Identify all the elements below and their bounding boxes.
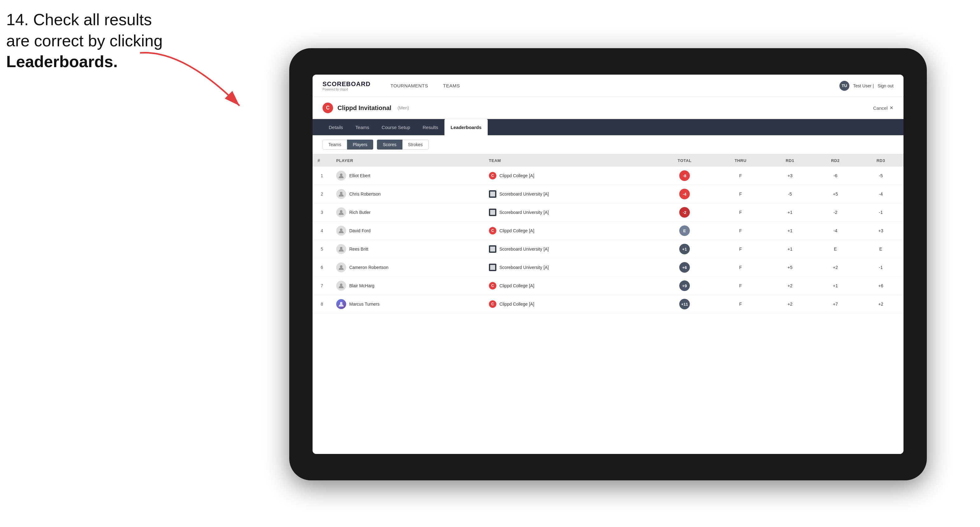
tab-teams[interactable]: Teams	[349, 119, 375, 135]
score-badge: -2	[679, 207, 690, 217]
filter-strokes[interactable]: Strokes	[402, 140, 429, 149]
team-logo: C	[489, 300, 496, 308]
player-name: Rees Britt	[349, 246, 368, 252]
col-rd3: RD3	[858, 154, 904, 167]
rd3-cell: +2	[858, 295, 904, 313]
rank-cell: 7	[313, 277, 331, 295]
rd1-cell: +3	[767, 167, 813, 185]
team-name: Clippd College [A]	[500, 283, 534, 288]
rd2-cell: +5	[813, 185, 858, 203]
player-name: Marcus Turners	[349, 302, 379, 306]
instruction-text: 14. Check all results are correct by cli…	[6, 10, 163, 73]
table-body: 1Elliot EbertCClippd College [A]-8F+3-6-…	[313, 167, 904, 313]
rank-cell: 1	[313, 167, 331, 185]
col-thru: THRU	[714, 154, 767, 167]
thru-cell: F	[714, 222, 767, 240]
rank-cell: 3	[313, 203, 331, 222]
nav-right: TU Test User | Sign out	[839, 81, 894, 91]
player-avatar	[336, 281, 346, 291]
player-name: Cameron Robertson	[349, 265, 388, 270]
nav-user-text: Test User |	[853, 83, 874, 88]
filter-bar: Teams Players Scores Strokes	[313, 135, 904, 154]
score-badge: +11	[679, 299, 690, 310]
table-row: 7Blair McHargCClippd College [A]+9F+2+1+…	[313, 277, 904, 295]
player-avatar	[336, 299, 346, 309]
tab-course-setup[interactable]: Course Setup	[375, 119, 417, 135]
team-name: Clippd College [A]	[500, 228, 534, 233]
team-logo	[489, 264, 496, 271]
team-name: Scoreboard University [A]	[500, 246, 549, 252]
thru-cell: F	[714, 240, 767, 259]
score-badge: E	[679, 225, 690, 236]
score-badge: +1	[679, 244, 690, 254]
rd1-cell: +2	[767, 295, 813, 313]
filter-scores[interactable]: Scores	[377, 140, 402, 149]
table-row: 1Elliot EbertCClippd College [A]-8F+3-6-…	[313, 167, 904, 185]
rd1-cell: +5	[767, 259, 813, 277]
rd3-cell: -1	[858, 259, 904, 277]
rank-cell: 2	[313, 185, 331, 203]
results-table: # PLAYER TEAM TOTAL THRU RD1 RD2 RD3 1El…	[313, 154, 904, 313]
player-cell: Marcus Turners	[331, 295, 484, 313]
cancel-button[interactable]: Cancel ✕	[873, 105, 894, 111]
player-avatar	[336, 171, 346, 181]
logo-sub: Powered by clippd	[323, 88, 371, 91]
team-logo: C	[489, 172, 496, 179]
rd2-cell: +7	[813, 295, 858, 313]
rd2-cell: -2	[813, 203, 858, 222]
thru-cell: F	[714, 295, 767, 313]
tablet-frame: SCOREBOARD Powered by clippd TOURNAMENTS…	[289, 48, 927, 480]
tournament-name: Clippd Invitational	[337, 105, 391, 112]
tab-details[interactable]: Details	[323, 119, 349, 135]
rank-cell: 8	[313, 295, 331, 313]
score-badge: +9	[679, 281, 690, 291]
nav-tournaments[interactable]: TOURNAMENTS	[383, 75, 436, 97]
team-name: Clippd College [A]	[500, 173, 534, 178]
signout-link[interactable]: Sign out	[878, 83, 894, 88]
thru-cell: F	[714, 167, 767, 185]
rank-cell: 6	[313, 259, 331, 277]
tab-results[interactable]: Results	[417, 119, 444, 135]
rd3-cell: +3	[858, 222, 904, 240]
team-name: Scoreboard University [A]	[500, 210, 549, 215]
team-cell: CClippd College [A]	[484, 222, 655, 240]
nav-teams[interactable]: TEAMS	[436, 75, 468, 97]
col-rank: #	[313, 154, 331, 167]
rank-cell: 5	[313, 240, 331, 259]
table-row: 8Marcus TurnersCClippd College [A]+11F+2…	[313, 295, 904, 313]
cancel-label: Cancel	[873, 105, 888, 111]
player-name: Blair McHarg	[349, 283, 374, 288]
col-player: PLAYER	[331, 154, 484, 167]
svg-point-4	[340, 229, 342, 231]
logo-text: SCOREBOARD	[323, 81, 371, 88]
logo-area: SCOREBOARD Powered by clippd	[323, 81, 371, 91]
thru-cell: F	[714, 277, 767, 295]
player-cell: Blair McHarg	[331, 277, 484, 295]
filter-teams[interactable]: Teams	[323, 140, 347, 149]
team-name: Scoreboard University [A]	[500, 192, 549, 197]
tab-bar: Details Teams Course Setup Results Leade…	[313, 119, 904, 135]
table-header-row: # PLAYER TEAM TOTAL THRU RD1 RD2 RD3	[313, 154, 904, 167]
user-avatar: TU	[839, 81, 850, 91]
filter-players[interactable]: Players	[347, 140, 373, 149]
rd3-cell: -1	[858, 203, 904, 222]
svg-point-3	[340, 210, 342, 213]
team-cell: CClippd College [A]	[484, 167, 655, 185]
thru-cell: F	[714, 259, 767, 277]
instruction-line2: are correct by clicking	[6, 32, 163, 50]
player-name: David Ford	[349, 228, 371, 233]
filter-group-2: Scores Strokes	[377, 140, 429, 149]
player-cell: Rich Butler	[331, 203, 484, 222]
svg-point-7	[340, 284, 342, 286]
instruction-line3: Leaderboards.	[6, 52, 118, 71]
thru-cell: F	[714, 185, 767, 203]
rd3-cell: +6	[858, 277, 904, 295]
tablet-screen: SCOREBOARD Powered by clippd TOURNAMENTS…	[313, 75, 904, 454]
table-row: 3Rich ButlerScoreboard University [A]-2F…	[313, 203, 904, 222]
rd3-cell: E	[858, 240, 904, 259]
tab-leaderboards[interactable]: Leaderboards	[444, 119, 488, 135]
table-row: 2Chris RobertsonScoreboard University [A…	[313, 185, 904, 203]
col-total: TOTAL	[655, 154, 714, 167]
tournament-title-area: C Clippd Invitational (Men)	[323, 103, 409, 113]
tournament-logo: C	[323, 103, 333, 113]
